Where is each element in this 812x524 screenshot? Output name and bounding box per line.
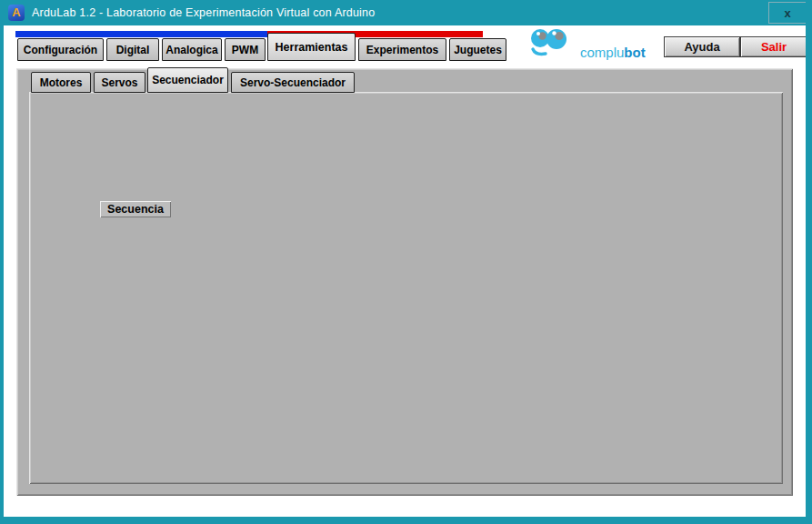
salir-button[interactable]: Salir [740, 36, 807, 57]
tab-analogica[interactable]: Analogica [162, 38, 222, 61]
tab-digital[interactable]: Digital [106, 38, 159, 61]
sequence-group-title: Secuencia [100, 201, 171, 217]
app-icon: A [8, 5, 25, 21]
subtab-servos[interactable]: Servos [94, 72, 145, 93]
subtab-secuenciador[interactable]: Secuenciador [147, 67, 228, 93]
ayuda-button[interactable]: Ayuda [664, 36, 740, 57]
titlebar: A ArduLab 1.2 - Laboratorio de Experimen… [0, 0, 812, 25]
tab-herramientas[interactable]: Herramientas [267, 33, 356, 61]
logo-text: complubot [580, 45, 646, 59]
tab-configuracion[interactable]: Configuración [17, 38, 104, 61]
complubot-eyes-icon [529, 27, 578, 62]
subtab-servo-secuenciador[interactable]: Servo-Secuenciador [231, 72, 355, 93]
close-button[interactable]: x [768, 2, 807, 24]
tab-juguetes[interactable]: Juguetes [449, 38, 506, 61]
complubot-logo: complubot [529, 29, 646, 62]
tab-pwm[interactable]: PWM [225, 38, 266, 61]
subtab-motores[interactable]: Motores [31, 72, 91, 93]
tab-experimentos[interactable]: Experimentos [358, 38, 446, 61]
tab-accent-blue [15, 31, 267, 37]
app-window: A ArduLab 1.2 - Laboratorio de Experimen… [0, 0, 812, 524]
tab-content-panel [29, 92, 783, 484]
window-title: ArduLab 1.2 - Laboratorio de Experimenta… [32, 6, 375, 19]
